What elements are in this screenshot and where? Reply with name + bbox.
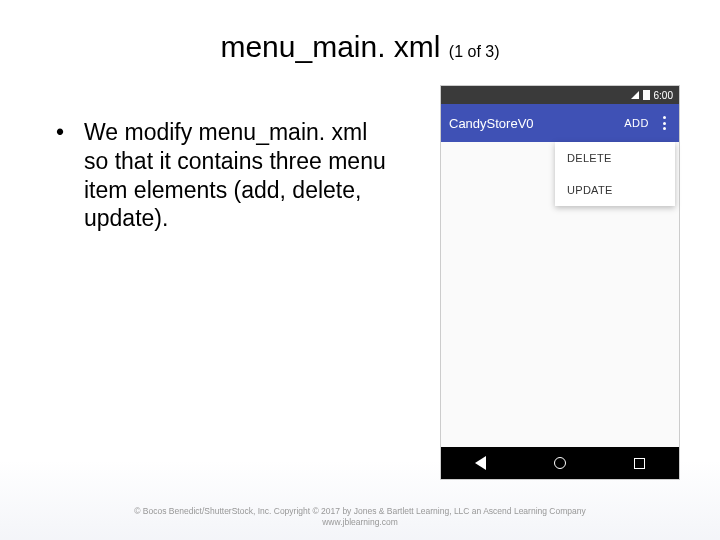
home-icon[interactable] (554, 457, 566, 469)
status-time: 6:00 (654, 90, 673, 101)
app-bar: CandyStoreV0 ADD (441, 104, 679, 142)
overflow-menu-icon[interactable] (657, 114, 671, 132)
menu-item-update[interactable]: UPDATE (555, 174, 675, 206)
bullet-text: We modify menu_main. xml so that it cont… (84, 118, 386, 233)
signal-icon (631, 91, 639, 99)
phone-content-area: DELETE UPDATE (441, 142, 679, 447)
phone-mockup: 6:00 CandyStoreV0 ADD DELETE UPDATE (440, 85, 680, 480)
body-text: • We modify menu_main. xml so that it co… (56, 118, 386, 233)
footer-line2: www.jblearning.com (0, 517, 720, 528)
title-main: menu_main. xml (220, 30, 440, 63)
footer-copyright: © Bocos Benedict/ShutterStock, Inc. Copy… (0, 506, 720, 528)
dropdown-menu: DELETE UPDATE (555, 142, 675, 206)
recent-apps-icon[interactable] (634, 458, 645, 469)
status-bar: 6:00 (441, 86, 679, 104)
menu-item-delete[interactable]: DELETE (555, 142, 675, 174)
slide-title: menu_main. xml (1 of 3) (0, 30, 720, 64)
nav-bar (441, 447, 679, 479)
footer-line1: © Bocos Benedict/ShutterStock, Inc. Copy… (0, 506, 720, 517)
back-icon[interactable] (475, 456, 486, 470)
add-action[interactable]: ADD (624, 117, 649, 129)
title-pagination: (1 of 3) (449, 43, 500, 60)
appbar-title: CandyStoreV0 (449, 116, 624, 131)
bullet-marker: • (56, 118, 84, 233)
battery-icon (643, 90, 650, 100)
